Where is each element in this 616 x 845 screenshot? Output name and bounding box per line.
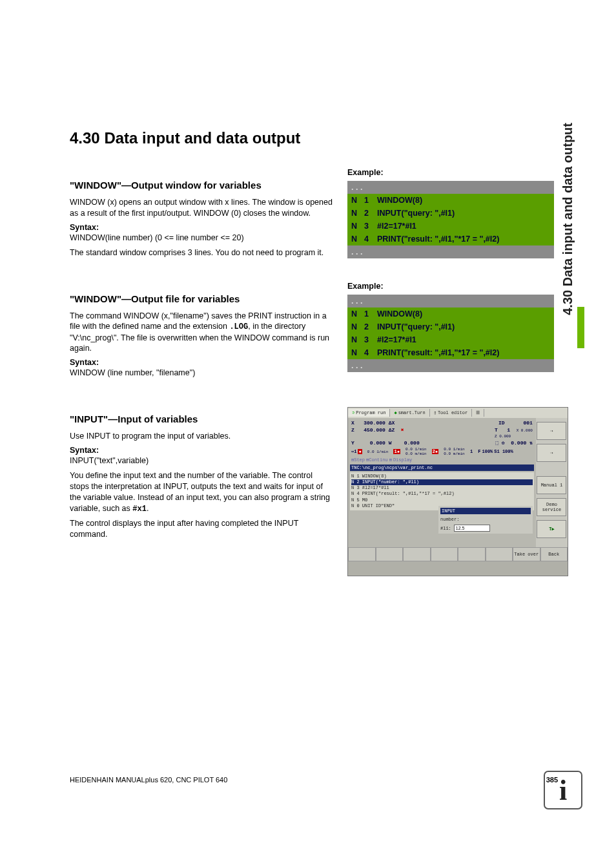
code-l1: WINDOW(8) xyxy=(377,196,550,205)
ss-btn-play[interactable]: T▶ xyxy=(537,520,566,538)
ss-input-dialog: INPUT number: #l1: xyxy=(438,506,533,534)
section1-syntax: WINDOW(line number) (0 <= line number <=… xyxy=(70,233,333,244)
ss-tabbar: ➲Program run ◆smart.Turn ▯Tool editor ☰ xyxy=(348,408,568,418)
section1-p1: WINDOW (x) opens an output window with x… xyxy=(70,197,333,219)
ss-tab-tool-editor[interactable]: ▯Tool editor xyxy=(430,409,472,417)
section2-p1: The command WINDOW (x,"filename") saves … xyxy=(70,311,333,355)
code-l1-num: 1 xyxy=(364,196,377,205)
ss-btn-tool[interactable]: ⇢ xyxy=(537,444,566,462)
ss-btn-service[interactable]: Demo service xyxy=(537,498,566,516)
ss-softkey-takeover[interactable]: Take over xyxy=(513,547,540,561)
section1-syntax-label: Syntax: xyxy=(70,223,333,232)
section3-p2: You define the input text and the number… xyxy=(70,470,333,514)
footer-text: HEIDENHAIN MANUALplus 620, CNC PILOT 640 xyxy=(70,776,227,784)
ss-softkey-back[interactable]: Back xyxy=(540,547,568,561)
embedded-screenshot: ➲Program run ◆smart.Turn ▯Tool editor ☰ … xyxy=(347,407,568,576)
section3-p1: Use INPUT to program the input of variab… xyxy=(70,431,333,442)
section1-p2: The standard window comprises 3 lines. Y… xyxy=(70,247,333,258)
side-tab-text: 4.30 Data input and data output xyxy=(560,123,575,315)
ss-softkey-bar: Take over Back xyxy=(348,547,568,561)
section3-syntax-label: Syntax: xyxy=(70,446,333,455)
code-dots: . . . xyxy=(351,183,550,192)
section2-syntax: WINDOW (line number, "filename") xyxy=(70,368,333,379)
section3-title: "INPUT"—Input of variables xyxy=(70,413,333,424)
section1-title: "WINDOW"—Output window for variables xyxy=(70,180,333,191)
info-icon: i xyxy=(544,771,582,809)
page-heading: 4.30 Data input and data output xyxy=(70,129,558,147)
section3-p3: The control displays the input after hav… xyxy=(70,518,333,540)
section2-title: "WINDOW"—Output file for variables xyxy=(70,293,333,304)
ss-program-listing: N 1 WINDOW(8) N 2 INPUT("number: ",#l1) … xyxy=(350,472,534,510)
example2-code: . . . N1WINDOW(8) N2INPUT("query: ",#l1)… xyxy=(347,295,554,372)
example2-label: Example: xyxy=(347,282,554,291)
ss-input-field[interactable] xyxy=(454,525,490,532)
side-accent xyxy=(577,307,584,348)
code-n: N xyxy=(351,196,364,205)
page-footer: HEIDENHAIN MANUALplus 620, CNC PILOT 640… xyxy=(70,776,558,784)
ss-tab-program-run[interactable]: ➲Program run xyxy=(348,409,390,417)
section3-syntax: INPUT("text",variable) xyxy=(70,455,333,466)
ss-btn-aux[interactable]: ⇢ xyxy=(537,422,566,440)
side-tab: 4.30 Data input and data output xyxy=(558,123,577,362)
ss-tab-smartturn[interactable]: ◆smart.Turn xyxy=(390,409,429,417)
ss-tab-extra[interactable]: ☰ xyxy=(472,409,484,417)
example1-code: . . . N1WINDOW(8) N2INPUT("query: ",#l1)… xyxy=(347,181,554,258)
ss-filepath: TNC:\nc_prog\ncps\var_print.nc xyxy=(350,464,534,471)
example1-label: Example: xyxy=(347,168,554,177)
ss-btn-manual[interactable]: Manual 1 xyxy=(537,476,566,494)
section2-syntax-label: Syntax: xyxy=(70,358,333,367)
